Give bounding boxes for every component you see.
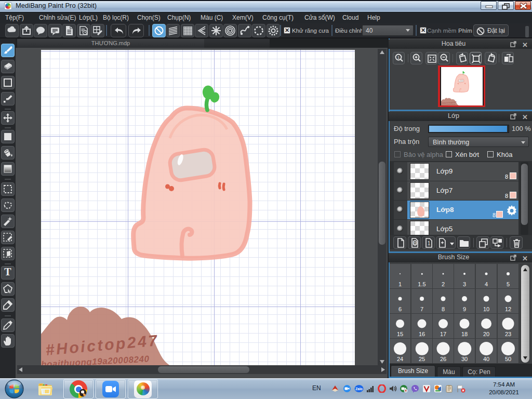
svg-text:Zalo: Zalo: [355, 387, 362, 391]
svg-text:1: 1: [397, 55, 400, 60]
svg-text:1: 1: [428, 241, 431, 246]
svg-text:8: 8: [414, 241, 416, 246]
